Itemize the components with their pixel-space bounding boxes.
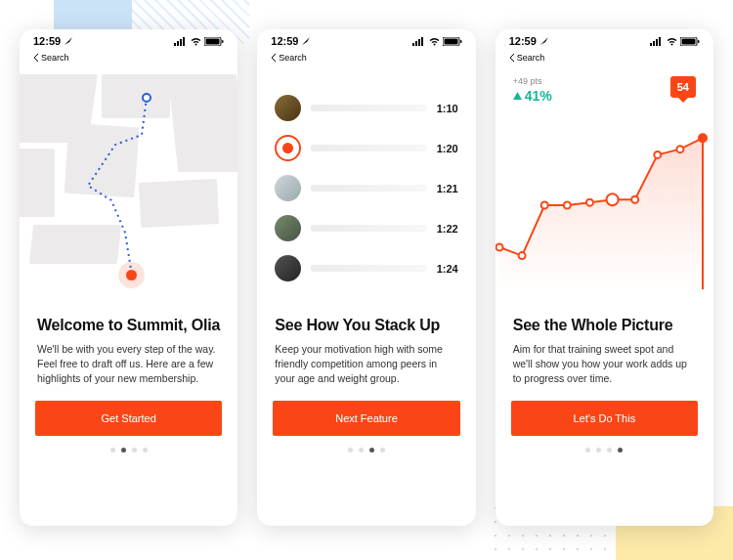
chart-badge: 54 <box>670 76 696 98</box>
status-bar: 12:59 <box>257 29 475 53</box>
svg-point-26 <box>563 202 570 209</box>
page-dot <box>348 448 353 452</box>
screen-stackup: 12:59 Search 1:10 1:20 1:21 1:22 1:24 Se… <box>257 29 475 526</box>
chart-delta-pts: +49 pts <box>513 76 552 86</box>
cell-signal-icon <box>650 37 664 46</box>
chevron-left-icon <box>33 54 39 62</box>
up-arrow-icon <box>513 92 522 100</box>
svg-rect-9 <box>415 41 417 46</box>
get-started-button[interactable]: Get Started <box>35 401 222 436</box>
status-bar: 12:59 <box>496 29 713 53</box>
svg-rect-17 <box>656 39 658 46</box>
avatar-me <box>275 135 301 161</box>
leaderboard-row: 1:20 <box>257 128 475 168</box>
lb-time: 1:20 <box>437 143 458 154</box>
back-to-search[interactable]: Search <box>257 53 475 68</box>
svg-point-31 <box>676 146 683 152</box>
skeleton-bar <box>311 265 426 272</box>
screen-welcome: 12:59 Search <box>20 29 237 526</box>
chevron-left-icon <box>271 54 277 62</box>
back-to-search[interactable]: Search <box>20 53 237 68</box>
status-icons <box>174 37 224 46</box>
svg-rect-10 <box>418 39 420 46</box>
progress-chart: +49 pts 41% 54 <box>496 68 713 313</box>
battery-icon <box>443 37 462 46</box>
svg-point-24 <box>518 252 525 259</box>
back-label: Search <box>517 53 545 63</box>
page-dot <box>132 448 137 452</box>
leaderboard: 1:10 1:20 1:21 1:22 1:24 <box>257 68 475 313</box>
leaderboard-row: 1:21 <box>257 168 475 208</box>
lets-do-this-button[interactable]: Let's Do This <box>511 401 698 436</box>
page-dot <box>110 448 115 452</box>
svg-rect-18 <box>659 37 661 46</box>
svg-rect-14 <box>460 40 462 43</box>
svg-point-27 <box>586 199 593 206</box>
chevron-left-icon <box>509 54 515 62</box>
leaderboard-row: 1:24 <box>257 248 475 288</box>
page-dot <box>121 448 126 452</box>
screen-desc: Aim for that training sweet spot and we'… <box>513 342 696 387</box>
svg-rect-5 <box>206 38 220 44</box>
screen-title: See the Whole Picture <box>513 317 696 334</box>
chart-pct: 41% <box>513 88 552 104</box>
leaderboard-row: 1:10 <box>257 88 475 128</box>
location-arrow-icon <box>64 36 73 46</box>
screen-desc: Keep your motivation high with some frie… <box>275 342 457 387</box>
screen-whole-picture: 12:59 Search +49 pts 41% <box>496 29 713 526</box>
avatar <box>275 175 301 201</box>
svg-rect-21 <box>698 40 700 43</box>
skeleton-bar <box>311 105 426 111</box>
page-dot <box>607 448 612 452</box>
map-illustration <box>20 68 237 313</box>
svg-point-28 <box>606 194 618 205</box>
status-icons <box>650 37 700 46</box>
svg-rect-3 <box>183 37 185 46</box>
skeleton-bar <box>311 225 426 232</box>
status-time: 12:59 <box>271 35 298 47</box>
battery-icon <box>204 37 224 46</box>
page-dot <box>380 448 385 452</box>
screen-desc: We'll be with you every step of the way.… <box>37 342 220 387</box>
cell-signal-icon <box>174 37 188 46</box>
battery-icon <box>680 37 700 46</box>
wifi-icon <box>666 37 678 46</box>
location-arrow-icon <box>301 36 311 46</box>
svg-rect-11 <box>421 37 423 46</box>
page-dot <box>585 448 590 452</box>
lb-time: 1:22 <box>437 223 458 235</box>
back-to-search[interactable]: Search <box>496 53 713 68</box>
page-dot <box>143 448 148 452</box>
page-indicator <box>20 448 237 452</box>
page-dot <box>369 448 374 452</box>
avatar <box>275 255 301 281</box>
route-endpoint-icon <box>126 270 137 280</box>
wifi-icon <box>428 37 441 46</box>
svg-rect-16 <box>653 41 655 46</box>
svg-point-33 <box>698 133 708 143</box>
cell-signal-icon <box>412 37 426 46</box>
avatar <box>275 95 301 121</box>
next-feature-button[interactable]: Next Feature <box>273 401 459 436</box>
line-chart <box>496 117 713 303</box>
leaderboard-row: 1:22 <box>257 208 475 248</box>
wifi-icon <box>190 37 202 46</box>
svg-point-7 <box>143 94 151 102</box>
svg-rect-8 <box>412 43 414 46</box>
lb-time: 1:21 <box>437 183 458 194</box>
svg-point-29 <box>631 196 638 203</box>
screen-title: See How You Stack Up <box>275 317 457 334</box>
page-indicator <box>496 448 713 452</box>
page-indicator <box>257 448 475 452</box>
svg-rect-13 <box>444 38 457 44</box>
lb-time: 1:24 <box>437 263 458 275</box>
screen-title: Welcome to Summit, Olia <box>37 317 220 334</box>
svg-rect-20 <box>681 38 695 44</box>
back-label: Search <box>279 53 307 63</box>
svg-rect-15 <box>650 43 652 46</box>
svg-rect-2 <box>180 39 182 46</box>
page-dot <box>359 448 364 452</box>
skeleton-bar <box>311 145 426 151</box>
status-icons <box>412 37 462 46</box>
location-arrow-icon <box>539 36 549 46</box>
